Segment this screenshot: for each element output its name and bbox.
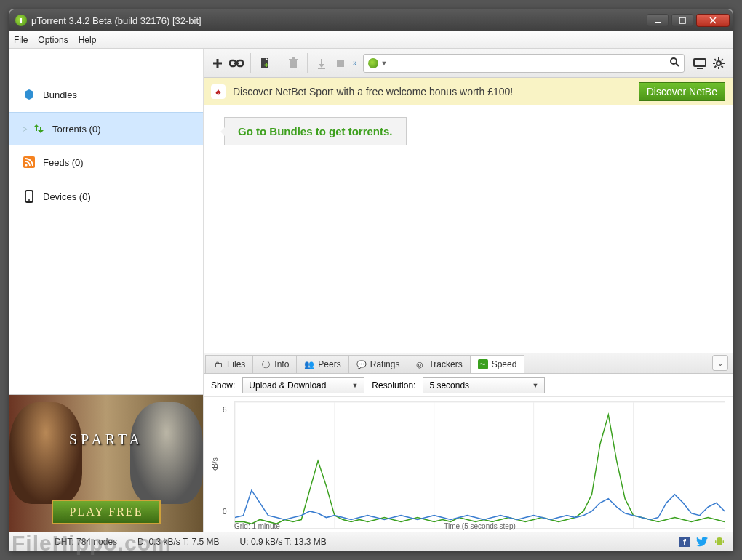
svg-line-30	[714, 65, 716, 67]
sidebar-bundles-label: Bundles	[43, 89, 77, 100]
svg-rect-14	[292, 57, 295, 59]
device-icon	[23, 190, 36, 203]
sidebar-feeds-label: Feeds (0)	[43, 157, 84, 168]
sidebar-torrents-label: Torrents (0)	[52, 124, 100, 135]
chat-icon: 💬	[356, 359, 367, 369]
tab-ratings[interactable]: 💬Ratings	[348, 355, 408, 373]
sidebar-item-bundles[interactable]: Bundles	[9, 78, 203, 112]
toolbar-overflow-icon[interactable]: »	[353, 59, 357, 67]
toolbar: » ▼	[204, 49, 733, 78]
menu-options[interactable]: Options	[38, 35, 68, 45]
add-url-button[interactable]	[227, 54, 246, 73]
svg-rect-1	[679, 17, 685, 23]
search-box[interactable]: ▼	[363, 54, 685, 73]
close-button[interactable]	[696, 14, 730, 27]
spade-icon: ♠	[211, 84, 226, 99]
y-tick-6: 6	[223, 406, 227, 414]
svg-point-38	[25, 164, 27, 166]
facebook-icon[interactable]: f	[679, 536, 690, 548]
sidebar-item-torrents[interactable]: ▷ Torrents (0)	[9, 112, 203, 145]
search-icon[interactable]	[669, 57, 679, 70]
create-torrent-button[interactable]	[255, 54, 274, 73]
rss-icon	[23, 156, 36, 169]
svg-rect-18	[337, 60, 344, 67]
expand-icon[interactable]: ▷	[23, 125, 28, 132]
ad-image: SPARTA PLAY FREE	[9, 395, 203, 532]
tab-info[interactable]: ⓘInfo	[252, 355, 297, 373]
promo-button[interactable]: Discover NetBe	[639, 82, 725, 101]
svg-rect-51	[715, 540, 717, 543]
show-select[interactable]: Upload & Download▼	[242, 377, 364, 393]
target-icon: ◎	[415, 359, 425, 369]
speed-controls: Show: Upload & Download▼ Resolution: 5 s…	[204, 374, 733, 397]
show-label: Show:	[211, 380, 235, 391]
promo-banner[interactable]: ♠ Discover NetBet Sport with a free welc…	[204, 78, 733, 105]
sidebar-devices-label: Devices (0)	[43, 191, 91, 202]
chevron-down-icon[interactable]: ▼	[381, 60, 388, 67]
folder-icon: 🗀	[213, 359, 223, 369]
titlebar[interactable]: μTorrent 3.4.2 Beta (build 32176) [32-bi…	[9, 9, 733, 31]
menu-file[interactable]: File	[14, 35, 28, 45]
chevron-down-icon: ▼	[532, 382, 538, 389]
svg-rect-12	[290, 60, 297, 68]
chevron-down-icon: ▼	[351, 382, 358, 389]
details-tabs: 🗀Files ⓘInfo 👥Peers 💬Ratings ◎Trackers 〜…	[204, 353, 733, 374]
status-upload: U: 0.9 kB/s T: 13.3 MB	[240, 537, 327, 547]
menu-help[interactable]: Help	[79, 35, 97, 45]
minimize-button[interactable]	[647, 14, 669, 27]
start-button[interactable]	[312, 54, 331, 73]
remote-button[interactable]	[690, 54, 709, 73]
collapse-details-button[interactable]: ⌄	[712, 355, 728, 371]
app-window: μTorrent 3.4.2 Beta (build 32176) [32-bi…	[9, 9, 733, 551]
y-axis-label: kB/s	[211, 457, 219, 471]
svg-line-31	[722, 59, 723, 60]
preferences-button[interactable]	[709, 54, 728, 73]
search-input[interactable]	[391, 58, 669, 68]
sidebar-header-spacer	[9, 49, 204, 78]
tab-peers[interactable]: 👥Peers	[296, 355, 348, 373]
speed-chart: kB/s 6 0 Grid: 1 minute Time (5 seconds …	[204, 397, 733, 532]
sidebar-item-feeds[interactable]: Feeds (0)	[9, 145, 203, 180]
transfer-icon	[32, 122, 45, 135]
svg-rect-21	[694, 59, 706, 66]
svg-point-19	[671, 58, 677, 64]
go-bundles-callout[interactable]: Go to Bundles to get torrents.	[224, 117, 407, 145]
svg-marker-32	[25, 89, 33, 100]
window-title: μTorrent 3.4.2 Beta (build 32176) [32-bi…	[31, 15, 647, 26]
chart-icon: 〜	[478, 359, 488, 369]
app-icon	[15, 15, 27, 26]
tab-trackers[interactable]: ◎Trackers	[407, 355, 470, 373]
twitter-icon[interactable]	[696, 536, 708, 548]
main-panel: ♠ Discover NetBet Sport with a free welc…	[204, 78, 733, 532]
svg-marker-16	[319, 64, 324, 68]
stop-button[interactable]	[331, 54, 350, 73]
svg-point-23	[717, 61, 721, 65]
search-provider-icon	[368, 58, 378, 68]
statusbar: DHT: 784 nodes D: 0.3 kB/s T: 7.5 MB U: …	[9, 532, 733, 551]
ad-cta-button[interactable]: PLAY FREE	[52, 500, 161, 524]
bundle-icon	[23, 88, 36, 101]
svg-rect-13	[289, 59, 298, 60]
svg-rect-37	[23, 156, 35, 168]
svg-line-20	[676, 63, 679, 66]
promo-text: Discover NetBet Sport with a free welcom…	[233, 86, 631, 97]
svg-line-28	[714, 59, 716, 60]
advertisement[interactable]: Advertisement SPARTA PLAY FREE	[9, 394, 203, 532]
tab-files[interactable]: 🗀Files	[205, 355, 253, 373]
time-label: Time (5 seconds step)	[444, 522, 516, 530]
tab-speed[interactable]: 〜Speed	[470, 355, 525, 373]
status-dht: DHT: 784 nodes	[55, 537, 117, 547]
maximize-button[interactable]	[671, 14, 693, 27]
svg-rect-50	[717, 540, 722, 545]
resolution-select[interactable]: 5 seconds▼	[423, 377, 545, 393]
svg-rect-52	[723, 540, 725, 543]
peers-icon: 👥	[304, 359, 314, 369]
add-torrent-button[interactable]	[208, 54, 227, 73]
sidebar-item-devices[interactable]: Devices (0)	[9, 180, 203, 214]
android-icon[interactable]	[714, 536, 725, 548]
info-icon: ⓘ	[260, 359, 271, 369]
torrent-list: Go to Bundles to get torrents.	[204, 105, 733, 353]
grid-label: Grid: 1 minute	[234, 522, 280, 530]
delete-button[interactable]	[284, 54, 303, 73]
sidebar: Bundles ▷ Torrents (0) Feeds (0) Devices…	[9, 78, 204, 532]
